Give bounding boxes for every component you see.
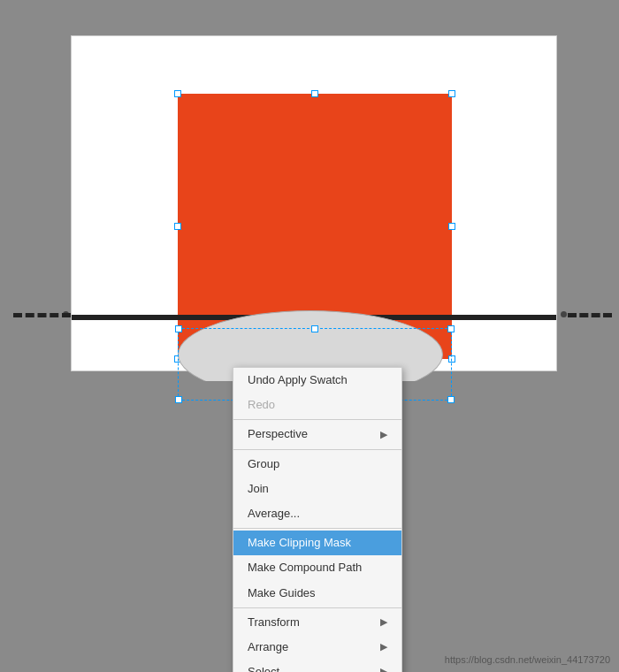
submenu-arrow-icon: ▶	[380, 640, 387, 653]
menu-item-label-redo: Redo	[248, 397, 275, 413]
handle2-bottom-right	[447, 396, 455, 403]
dash-line-left	[13, 313, 71, 317]
menu-separator	[233, 449, 401, 450]
menu-item-average[interactable]: Average...	[233, 501, 401, 526]
menu-item-perspective[interactable]: Perspective▶	[233, 422, 401, 447]
menu-item-make-guides[interactable]: Make Guides	[233, 581, 401, 606]
menu-item-arrange[interactable]: Arrange▶	[233, 635, 401, 660]
menu-item-label-make-compound-path: Make Compound Path	[248, 560, 362, 576]
menu-separator	[233, 419, 401, 420]
menu-item-label-average: Average...	[248, 506, 300, 522]
menu-item-transform[interactable]: Transform▶	[233, 610, 401, 635]
menu-item-make-compound-path[interactable]: Make Compound Path	[233, 555, 401, 580]
submenu-arrow-icon: ▶	[380, 615, 387, 629]
menu-item-select[interactable]: Select▶	[233, 660, 401, 672]
menu-item-label-group: Group	[248, 456, 279, 472]
menu-item-label-select: Select	[248, 664, 279, 672]
submenu-arrow-icon: ▶	[380, 428, 387, 441]
menu-item-label-perspective: Perspective	[248, 426, 308, 442]
watermark: https://blog.csdn.net/weixin_44173720	[445, 654, 610, 665]
handle2-top-left	[175, 325, 182, 332]
dot-right	[561, 311, 567, 317]
handle2-top-right	[447, 325, 455, 332]
handle2-top-center	[311, 325, 318, 332]
menu-item-label-transform: Transform	[248, 615, 300, 630]
menu-separator	[233, 528, 401, 529]
dash-line-right	[568, 313, 612, 317]
handle-top-center	[311, 90, 318, 97]
menu-item-label-make-clipping-mask: Make Clipping Mask	[248, 535, 351, 551]
context-menu: Undo Apply SwatchRedoPerspective▶GroupJo…	[233, 367, 402, 672]
menu-item-label-undo-apply-swatch: Undo Apply Swatch	[248, 372, 348, 388]
menu-item-label-arrange: Arrange	[248, 639, 288, 655]
menu-item-make-clipping-mask[interactable]: Make Clipping Mask	[233, 531, 401, 555]
handle-middle-right	[448, 223, 455, 230]
menu-item-redo: Redo	[233, 393, 401, 417]
menu-item-label-make-guides: Make Guides	[248, 585, 316, 601]
menu-item-label-join: Join	[248, 481, 269, 497]
menu-item-undo-apply-swatch[interactable]: Undo Apply Swatch	[233, 368, 401, 393]
handle-middle-left	[174, 223, 181, 230]
handle2-bottom-left	[175, 396, 182, 403]
handle-top-left	[174, 90, 181, 97]
canvas	[71, 35, 557, 371]
handle-top-right	[448, 90, 455, 97]
menu-item-group[interactable]: Group	[233, 452, 401, 477]
menu-separator	[233, 607, 401, 608]
submenu-arrow-icon: ▶	[380, 665, 387, 672]
menu-item-join[interactable]: Join	[233, 477, 401, 501]
